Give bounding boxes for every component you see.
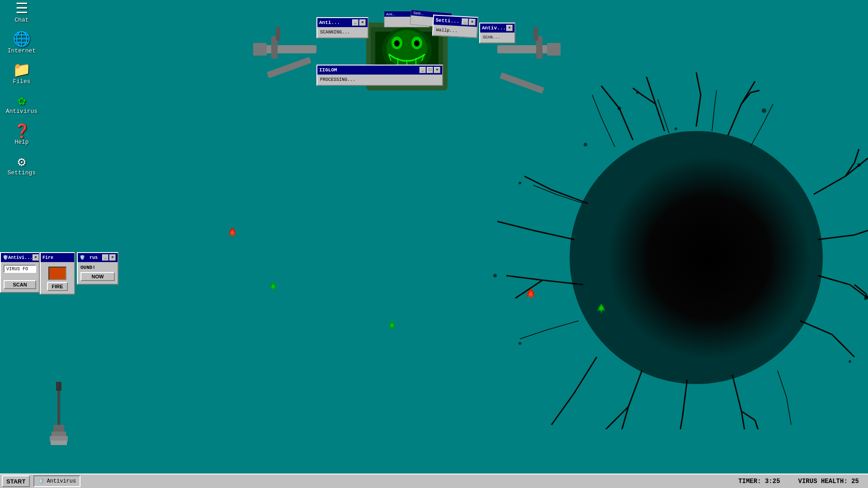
svg-rect-51 [51,441,67,445]
close-btn[interactable]: × [359,19,366,26]
fire-window[interactable]: Fire FIRE [40,252,75,295]
antivirus-right-window[interactable]: Antiv... × SCAN... [479,23,515,43]
antivirus-icon-desktop[interactable]: ✿ Antivirus [4,94,40,115]
minimize-btn2[interactable]: _ [462,19,468,25]
antivirus-boss-title: Anti... [319,20,340,25]
svg-rect-16 [262,45,316,53]
maximize-btn3[interactable]: □ [427,67,433,73]
settings-icon-img: ⚙️ [18,156,26,169]
virus-health-value: 25 [851,478,859,485]
antivirus-icon-title: 🛡️ [3,255,8,260]
timer-value: 3:25 [765,478,780,485]
svg-rect-17 [253,43,267,56]
close-btn4[interactable]: × [434,67,440,73]
cannon-sprite [50,382,68,450]
iiglom-window[interactable]: IIGLOM _ □ × PROCESSING... [316,65,443,86]
virus-found-input[interactable]: VIRUS FO [4,265,36,273]
svg-rect-20 [497,45,552,53]
svg-point-34 [414,40,420,47]
svg-point-33 [394,40,400,47]
now-button[interactable]: NOW [80,272,115,281]
help-icon-img: ❓ [14,125,30,139]
settings-label: Settings [8,169,36,176]
files-icon-desktop[interactable]: 📁 Files [4,64,40,85]
minimize-btn3[interactable]: _ [420,67,426,73]
svg-rect-23 [533,27,538,41]
help-icon-desktop[interactable]: ❓ Help [4,125,40,145]
alert-title: rus [90,255,98,260]
settings-boss-content: Wallp... [433,24,477,37]
antivirus-main-titlebar: 🛡️ Antivi... × [1,253,39,262]
boss-window-text: SCANNING... [320,30,365,35]
green-flame-1 [270,282,276,292]
red-flame-1 [229,227,236,239]
antivirus-taskbar-item[interactable]: 🛡️ Antivirus [33,475,80,487]
close-alert[interactable]: × [109,254,116,261]
antivirus-boss-window[interactable]: Anti... _ × SCANNING... [316,17,368,38]
close-btn2[interactable]: × [469,19,476,26]
antivirus-main-window[interactable]: 🛡️ Antivi... × VIRUS FO SCAN [0,252,40,293]
settings-boss-title: Setti... [435,18,459,24]
close-btn3[interactable]: × [506,25,513,31]
timer-label: TIMER: [738,478,761,485]
settings-icon-desktop[interactable]: ⚙️ Settings [4,156,40,176]
timer-display: TIMER: 3:25 [738,478,780,485]
iiglom-content: PROCESSING... [320,77,439,82]
antivirus-right-title: Antiv... [482,25,506,31]
alert-message: OUND! [80,265,115,270]
svg-rect-21 [547,43,561,56]
chat-icon-desktop[interactable]: ☰ Chat [4,2,40,23]
fire-indicator [48,267,66,280]
alert-window[interactable]: 🛡️ rus _ × OUND! NOW [77,252,118,285]
svg-rect-47 [56,382,61,391]
taskbar: START 🛡️ Antivirus TIMER: 3:25 VIRUS HEA… [0,474,868,488]
boss-window-content: SCANNING... [317,27,368,38]
virus-health-label: VIRUS HEALTH: [798,478,848,485]
taskbar-status: TIMER: 3:25 VIRUS HEALTH: 25 [738,478,868,485]
chat-label: Chat [14,17,28,23]
internet-icon-desktop[interactable]: 🌐 Internet [4,33,40,54]
scan-button[interactable]: SCAN [4,280,36,289]
fire-titlebar: Fire [41,253,74,262]
wallp-label: Wallp... [436,28,474,34]
minimize-alert[interactable]: _ [102,254,108,261]
internet-label: Internet [8,47,36,54]
green-flame-3 [598,304,605,314]
files-label: Files [13,78,30,85]
close-btn-main[interactable]: × [33,254,39,261]
help-label: Help [14,139,28,145]
svg-rect-19 [276,27,280,41]
fire-title: Fire [42,255,53,260]
files-icon-img: 📁 [13,64,31,78]
iiglom-titlebar: IIGLOM _ □ × [317,66,442,75]
svg-rect-24 [267,57,311,78]
red-flame-2 [527,288,535,301]
svg-rect-25 [500,72,544,94]
internet-icon-img: 🌐 [13,33,31,47]
iiglom-title: IIGLOM [319,67,337,73]
antivirus-main-title: Antivi... [8,255,33,260]
scan-label: SCAN... [483,35,512,40]
virus-health-display: VIRUS HEALTH: 25 [798,478,859,485]
antivirus-boss-titlebar: Anti... _ × [317,18,368,27]
antivirus-icon-img: ✿ [18,94,26,108]
alert-icon-title: 🛡️ [80,255,85,260]
alert-titlebar: 🛡️ rus _ × [78,253,118,262]
svg-text:Anti...: Anti... [386,12,395,16]
green-flame-2 [389,321,395,331]
antivirus-right-titlebar: Antiv... × [480,23,514,33]
antivirus-task-label: Antivirus [47,478,76,484]
start-button[interactable]: START [2,475,30,487]
antivirus-task-icon: 🛡️ [38,478,45,485]
fire-button[interactable]: FIRE [47,282,67,291]
minimize-btn[interactable]: _ [352,19,359,26]
chat-icon-img: ☰ [15,2,28,17]
settings-boss-window[interactable]: Setti... _ × Wallp... [432,14,478,38]
antivirus-label: Antivirus [6,108,38,115]
